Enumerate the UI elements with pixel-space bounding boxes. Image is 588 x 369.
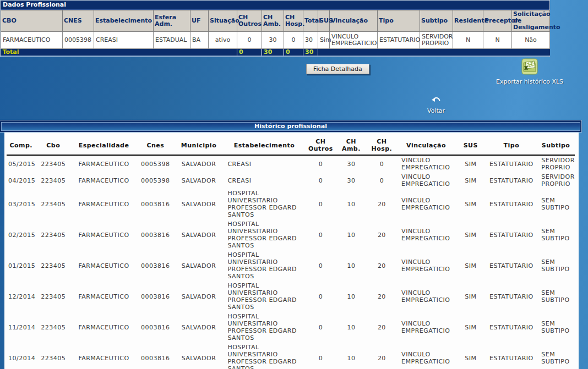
column-header: Municipio	[175, 136, 224, 155]
historico-panel: Comp.CboEspecialidadeCnesMunicipioEstabe…	[4, 133, 579, 369]
table-row: 12/2014 223405 FARMACEUTICO 0003816 SALV…	[7, 281, 575, 312]
export-xls-button[interactable]: Exportar histórico XLS	[494, 58, 565, 85]
cell-ch-amb: 10	[336, 343, 366, 369]
column-header: Vinculação	[397, 136, 455, 155]
cell-tipo: ESTATUTARIO	[486, 189, 537, 219]
cell-especialidade: FARMACEUTICO	[71, 219, 137, 250]
cell-ch-outros: 0	[306, 189, 336, 219]
cell-ch-outros: 0	[306, 281, 336, 312]
cell-cnes: 0003816	[137, 189, 175, 219]
cell-cnes: 0003816	[137, 343, 175, 369]
column-header: Cbo	[35, 136, 71, 155]
cell-cnes: 0003816	[137, 219, 175, 250]
voltar-button[interactable]: Voltar	[422, 96, 450, 114]
historico-table: Comp.CboEspecialidadeCnesMunicipioEstabe…	[7, 136, 575, 369]
cell-tipo: ESTATUTARIO	[486, 312, 537, 343]
cell-cbo: FARMACEUTICO	[1, 32, 63, 49]
excel-spreadsheet-icon	[521, 58, 538, 75]
total-ch-hosp: 0	[284, 49, 303, 56]
cell-especialidade: FARMACEUTICO	[71, 312, 137, 343]
dados-header-row: CBOCNESEstabelecimentoEsfera Adm.UFSitua…	[1, 10, 550, 32]
cell-ch-amb: 10	[336, 250, 366, 281]
cell-solicitacao-desligamento: Não	[512, 32, 550, 49]
column-header: Vinculação	[330, 10, 378, 32]
cell-municipio: SALVADOR	[175, 189, 224, 219]
column-header: CH Amb.	[262, 10, 284, 32]
export-xls-label: Exportar histórico XLS	[494, 78, 565, 85]
column-header: UF	[190, 10, 209, 32]
cell-vinculacao: VINCULO EMPREGATICIO	[330, 32, 378, 49]
cell-subtipo: SEM SUBTIPO	[537, 281, 575, 312]
cell-subtipo: SERVIDOR PROPRIO	[537, 155, 575, 172]
table-row: 11/2014 223405 FARMACEUTICO 0003816 SALV…	[7, 312, 575, 343]
cell-cbo: 223405	[35, 343, 71, 369]
cell-total: 30	[303, 32, 318, 49]
cell-municipio: SALVADOR	[175, 312, 224, 343]
total-filler	[318, 49, 550, 56]
column-header: Tipo	[486, 136, 537, 155]
cell-tipo: ESTATUTARIO	[486, 155, 537, 172]
column-header: Subtipo	[420, 10, 453, 32]
cell-ch-amb: 30	[336, 155, 366, 172]
cell-vinculacao: VINCULO EMPREGATICIO	[397, 189, 455, 219]
cell-estabelecimento: HOSPITAL UNIVERSITARIO PROFESSOR EDGARD …	[223, 250, 305, 281]
totals-row: Total 0 30 0 30	[1, 49, 550, 56]
cell-estabelecimento: HOSPITAL UNIVERSITARIO PROFESSOR EDGARD …	[223, 281, 305, 312]
cell-comp: 11/2014	[7, 312, 35, 343]
column-header: Especialidade	[71, 136, 137, 155]
cell-ch-hosp: 20	[367, 343, 397, 369]
column-header: CH Amb.	[336, 136, 366, 155]
cell-cbo: 223405	[35, 189, 71, 219]
cell-cnes: 0003816	[137, 250, 175, 281]
cell-ch-amb: 10	[336, 189, 366, 219]
cell-cnes[interactable]: 0005398	[63, 32, 94, 49]
column-header: Estabelecimento	[94, 10, 154, 32]
cell-ch-amb: 30	[336, 172, 366, 189]
cell-estabelecimento: CREASI	[223, 172, 305, 189]
cell-ch-hosp: 20	[367, 219, 397, 250]
cell-cnes: 0003816	[137, 312, 175, 343]
cell-vinculacao: VINCULO EMPREGATICIO	[397, 281, 455, 312]
cell-tipo: ESTATUTARIO	[486, 343, 537, 369]
cell-sus: SIM	[455, 172, 486, 189]
cell-ch-outros: 0	[306, 155, 336, 172]
column-header: SUS	[455, 136, 486, 155]
total-total: 30	[303, 49, 318, 56]
cell-residente: N	[453, 32, 483, 49]
cell-vinculacao: VINCULO EMPREGATICIO	[397, 155, 455, 172]
cell-comp: 12/2014	[7, 281, 35, 312]
column-header: Estabelecimento	[223, 136, 305, 155]
cell-ch-amb: 10	[336, 281, 366, 312]
column-header: Total	[303, 10, 318, 32]
cell-especialidade: FARMACEUTICO	[71, 189, 137, 219]
cell-tipo: ESTATUTARIO	[378, 32, 420, 49]
cell-cbo: 223405	[35, 250, 71, 281]
cell-comp: 04/2015	[7, 172, 35, 189]
cell-subtipo: SEM SUBTIPO	[537, 343, 575, 369]
column-header: Situação	[209, 10, 237, 32]
total-ch-outros: 0	[237, 49, 262, 56]
table-row: 02/2015 223405 FARMACEUTICO 0003816 SALV…	[7, 219, 575, 250]
cell-estabelecimento: CREASI	[223, 155, 305, 172]
column-header: CH Outros	[306, 136, 336, 155]
column-header: Solicitação de Desligamento	[512, 10, 550, 32]
column-header: Subtipo	[537, 136, 575, 155]
table-row: FARMACEUTICO 0005398 CREASI ESTADUAL BA …	[1, 32, 550, 49]
column-header: Comp.	[7, 136, 35, 155]
cell-ch-outros: 0	[306, 312, 336, 343]
dados-profissional-title: Dados Profissional	[1, 1, 549, 10]
cell-ch-outros: 0	[306, 219, 336, 250]
cell-cbo: 223405	[35, 155, 71, 172]
historico-title: Histórico profissional	[1, 122, 580, 131]
cell-municipio: SALVADOR	[175, 219, 224, 250]
cell-ch-hosp: 20	[367, 281, 397, 312]
cell-esfera-adm: ESTADUAL	[154, 32, 190, 49]
cell-sus: SIM	[455, 343, 486, 369]
historico-header-row: Comp.CboEspecialidadeCnesMunicipioEstabe…	[7, 136, 575, 155]
cell-estabelecimento: HOSPITAL UNIVERSITARIO PROFESSOR EDGARD …	[223, 343, 305, 369]
cell-ch-hosp: 20	[367, 250, 397, 281]
cell-subtipo: SEM SUBTIPO	[537, 250, 575, 281]
ficha-detalhada-button[interactable]: Ficha Detalhada	[306, 64, 369, 74]
cell-tipo: ESTATUTARIO	[486, 219, 537, 250]
cell-especialidade: FARMACEUTICO	[71, 281, 137, 312]
